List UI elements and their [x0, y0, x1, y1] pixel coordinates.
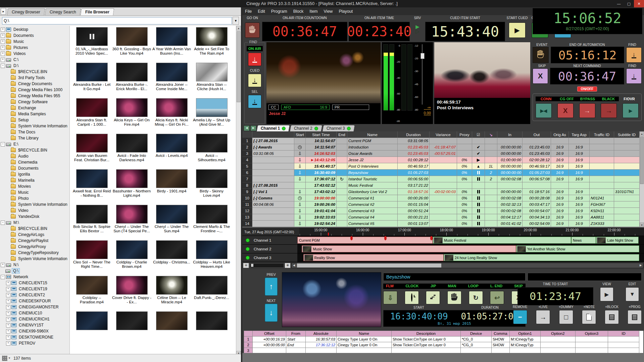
tree-item-petrov[interactable]: +PETROV [0, 340, 69, 346]
playlist-cell[interactable] [337, 208, 347, 214]
playlist-cell[interactable] [337, 189, 347, 195]
playlist-cell[interactable]: 16:9 [569, 157, 590, 163]
tree-item-media-samples[interactable]: Media Samples [0, 111, 69, 117]
tree-expander-icon[interactable]: − [1, 64, 5, 68]
tree-item-d[interactable]: −D:\ [0, 63, 69, 69]
playlist-cell[interactable]: 19:00:00:00 [306, 195, 337, 201]
playlist-cell[interactable]: ⇩ [294, 170, 306, 176]
tree-item-cinegy-documents[interactable]: Cinegy Documents [0, 81, 69, 87]
bypass-button[interactable]: → [579, 103, 595, 118]
playlist-cell[interactable] [472, 195, 485, 201]
playlist-cell[interactable] [337, 214, 347, 221]
tree-item-network[interactable]: −Network [0, 274, 69, 280]
playlist-cell[interactable]: 16:9 [551, 208, 569, 214]
playlist-cell[interactable]: 16:9 [569, 176, 590, 182]
playlist-cell[interactable] [337, 221, 347, 227]
media-item[interactable] [152, 311, 192, 347]
tree-item-movies[interactable]: Movies [0, 183, 69, 189]
find-command-button[interactable]: ↓ [626, 68, 642, 84]
tab-scroll-left-icon[interactable]: ◀ [244, 125, 250, 131]
tree-expander-icon[interactable]: + [6, 281, 10, 285]
tree-item-cinegyairlogs[interactable]: CinegyAirLogs [0, 232, 69, 238]
column-header-end[interactable]: End [337, 131, 347, 138]
playlist-cell[interactable] [472, 214, 485, 221]
column-header-in[interactable]: In [497, 131, 523, 138]
playlist-cell[interactable]: 01:05:27:03 [398, 170, 430, 176]
menu-block[interactable]: Block [293, 9, 304, 14]
playlist-cell[interactable] [523, 138, 551, 144]
menu-playout[interactable]: Playout [339, 9, 353, 14]
timeline-block-music-show[interactable]: Music Show [302, 245, 516, 252]
gpi-onoff-button[interactable]: ON/OFF [577, 86, 597, 92]
playlist-cell[interactable] [614, 144, 640, 150]
playlist-row-6[interactable]: 6⇩16:30:40:09Beyazshow01:05:27:030%200:0… [242, 170, 644, 176]
playlist-cell[interactable] [614, 201, 640, 208]
tab-cinegy-search[interactable]: Cinegy Search [45, 8, 81, 15]
playlist-cell[interactable] [485, 150, 497, 157]
tree-item-videos[interactable]: +Videos [0, 51, 69, 57]
playlist-cell[interactable]: 12 [242, 208, 252, 214]
playlist-cell[interactable]: 16:30:40:09 [306, 170, 337, 176]
scroll-down-icon[interactable]: ▼ [640, 223, 644, 227]
playlist-cell[interactable] [472, 221, 485, 227]
playlist-cell[interactable] [472, 182, 485, 189]
media-item[interactable]: Adele ++ Set Fire To The Rain.mp4 [192, 27, 232, 63]
playlist-cell[interactable] [457, 144, 472, 150]
playlist-cell[interactable]: ⇩ [294, 157, 306, 163]
playlist-cell[interactable] [590, 150, 614, 157]
clip-comment-field[interactable] [528, 273, 642, 281]
playlist-cell[interactable] [485, 221, 497, 227]
tree-item-documents[interactable]: Documents [0, 165, 69, 171]
playlist-cell[interactable]: Glastonbury Live Vol 2 [347, 189, 398, 195]
playlist-cell[interactable]: 00:02:54:09 [523, 221, 551, 227]
playlist-cell[interactable] [472, 138, 485, 144]
cmd-cell[interactable]: *CG_0 [461, 337, 492, 342]
playlist-cell[interactable]: ✔ [472, 150, 485, 157]
playlist-cell[interactable] [614, 214, 640, 221]
black-button[interactable]: → [601, 103, 617, 118]
playlist-cell[interactable]: 16:9 [551, 221, 569, 227]
media-item[interactable]: Coldplay -- Paradise.mp4 [72, 276, 112, 311]
channel-label[interactable]: Channel 1 [242, 236, 297, 245]
playlist-cell[interactable]: 00:01:15:04 [398, 201, 430, 208]
playlist-cell[interactable] [485, 189, 497, 195]
playlist-cell[interactable]: 00:04:34:13 [523, 214, 551, 221]
playlist-cell[interactable]: Commercial #5 [347, 221, 398, 227]
playlist-cell[interactable]: 19:02:54:24 [306, 221, 337, 227]
tree-expander-icon[interactable]: + [6, 323, 10, 327]
playlist-cell[interactable]: 00:03:47:17 [523, 201, 551, 208]
channel-label[interactable]: Channel 3 [242, 253, 297, 262]
cmd-cell[interactable] [608, 342, 639, 348]
tree-item-cinemuc10[interactable]: +CINEMUC10 [0, 310, 69, 316]
playlist-cell[interactable]: [-] Comms [252, 195, 294, 201]
timeline-scrollbar[interactable]: ◀ ▶ [291, 263, 643, 268]
playlist-cell[interactable] [430, 221, 457, 227]
playlist-cell[interactable]: 00:04:12:17 [497, 214, 523, 221]
tree-expander-icon[interactable]: + [1, 40, 5, 44]
block-button[interactable] [605, 310, 619, 324]
media-item[interactable]: Avicii - Fade Into Darkness.mp4 [112, 134, 152, 169]
media-item[interactable]: Cheryl -- Under The Sun (T4 Special Pe..… [112, 205, 152, 240]
tree-expander-icon[interactable]: + [1, 27, 5, 32]
fader-knob[interactable] [420, 53, 425, 59]
playlist-cell[interactable] [590, 163, 614, 170]
playlist-cell[interactable] [472, 176, 485, 182]
playlist-cell[interactable] [337, 201, 347, 208]
column-header-out[interactable]: Out [523, 131, 551, 138]
column-header-start-time[interactable]: Start Time [306, 131, 337, 138]
view-mode-icon[interactable] [2, 356, 7, 361]
playlist-cell[interactable]: 19:02:33:03 [306, 214, 337, 221]
find-onair-button[interactable]: ↓ [248, 53, 261, 66]
cmd-cell[interactable]: *CG_0 [461, 342, 492, 348]
tree-item-recycle-bin[interactable]: $RECYCLE.BIN [0, 69, 69, 75]
playlist-cell[interactable] [294, 195, 306, 201]
cmd-cell[interactable]: 17:36:12:12 [306, 342, 337, 348]
playlist-scrollbar[interactable]: ▲ ▼ [639, 131, 644, 227]
tree-item-music[interactable]: Music [0, 189, 69, 195]
playlist-cell[interactable]: 14 [242, 221, 252, 227]
maximize-button[interactable]: ▢ [624, 0, 634, 7]
playlist-cell[interactable] [294, 138, 306, 144]
find-cued-button[interactable]: ↓ [248, 74, 261, 87]
playlist-cell[interactable] [430, 163, 457, 170]
media-item[interactable]: Coldplay - Charlie Brown.mp4 [112, 240, 152, 276]
